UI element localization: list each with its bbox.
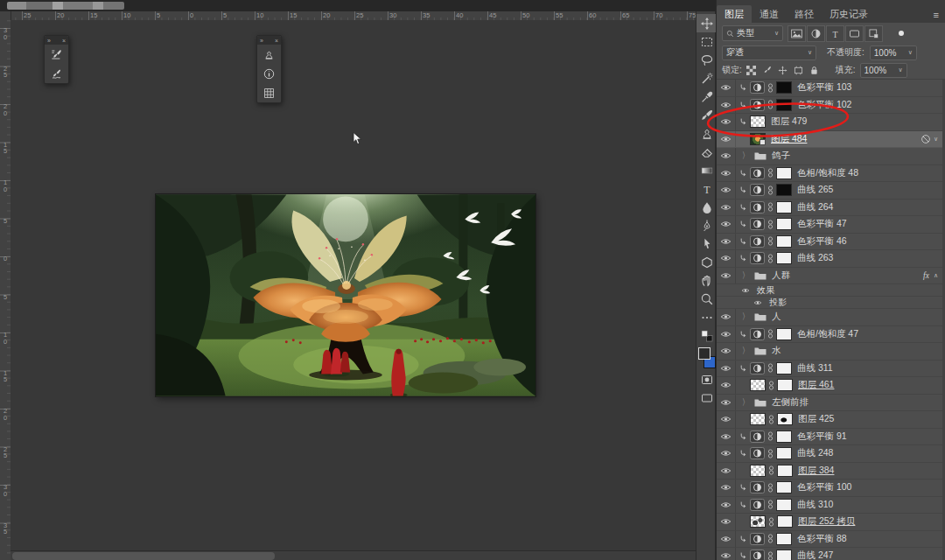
mask-link-icon[interactable] [767, 415, 775, 424]
layer-row-曲线 265[interactable]: 曲线 265 [717, 182, 943, 200]
layer-row-色相/饱和度 47[interactable]: 色相/饱和度 47 [717, 326, 943, 344]
layer-row-效果[interactable]: 效果 [717, 284, 943, 297]
tool-brush[interactable] [696, 106, 717, 124]
mask-link-icon[interactable] [766, 168, 774, 178]
visibility-eye-icon[interactable] [717, 165, 736, 182]
mask-link-icon[interactable] [767, 517, 775, 527]
layer-row-鸽子[interactable]: 〉鸽子 [717, 148, 943, 165]
tool-zoom[interactable] [696, 290, 717, 308]
visibility-eye-icon[interactable] [717, 200, 736, 216]
filter-image-icon[interactable] [788, 25, 806, 42]
foreground-color-swatch[interactable] [698, 347, 710, 360]
layer-mask-thumbnail[interactable] [777, 379, 793, 391]
layer-mask-thumbnail[interactable] [776, 533, 792, 545]
tab-图层[interactable]: 图层 [717, 5, 752, 23]
adjustment-layer-thumbnail[interactable] [750, 201, 765, 214]
visibility-eye-icon[interactable] [717, 395, 736, 411]
tool-move[interactable] [696, 14, 717, 32]
layer-mask-thumbnail[interactable] [777, 413, 793, 425]
collapse-icon[interactable]: » [47, 37, 51, 45]
close-icon[interactable]: × [275, 37, 278, 45]
layer-row-色彩平衡 91[interactable]: 色彩平衡 91 [717, 429, 943, 446]
layer-row-色彩平衡 100[interactable]: 色彩平衡 100 [717, 480, 943, 497]
layer-mask-thumbnail[interactable] [777, 465, 793, 477]
visibility-eye-icon[interactable] [717, 268, 736, 284]
adjustment-layer-thumbnail[interactable] [750, 81, 765, 94]
mask-link-icon[interactable] [766, 500, 774, 509]
visibility-eye-icon[interactable] [717, 148, 736, 164]
adjustment-layer-thumbnail[interactable] [750, 362, 765, 374]
tab-历史记录[interactable]: 历史记录 [822, 5, 876, 23]
tool-edit-toolbar[interactable] [696, 308, 717, 326]
horizontal-scrollbar-thumb[interactable] [12, 552, 275, 560]
canvas-image[interactable] [156, 194, 536, 396]
mask-link-icon[interactable] [766, 220, 774, 229]
clone-source-icon[interactable] [257, 45, 281, 64]
layer-thumbnail[interactable] [750, 133, 766, 145]
layer-mask-thumbnail[interactable] [776, 328, 792, 340]
mask-link-icon[interactable] [766, 83, 774, 93]
visibility-eye-icon[interactable] [717, 250, 736, 267]
layer-mask-thumbnail[interactable] [776, 447, 792, 459]
layer-thumbnail[interactable] [750, 116, 766, 128]
visibility-eye-icon[interactable] [717, 497, 736, 514]
blend-mode-dropdown[interactable]: 穿透 ∨ [722, 46, 816, 60]
adjustment-layer-thumbnail[interactable] [750, 218, 765, 230]
color-swatches[interactable] [696, 346, 717, 370]
mask-link-icon[interactable] [767, 381, 775, 390]
mask-link-icon[interactable] [766, 449, 774, 458]
lock-all-icon[interactable] [808, 64, 821, 76]
visibility-eye-icon[interactable] [717, 182, 736, 199]
fill-input[interactable]: 100% ∨ [860, 63, 907, 78]
tool-magic-wand[interactable] [696, 69, 717, 88]
adjustment-layer-thumbnail[interactable] [750, 533, 765, 545]
mask-link-icon[interactable] [767, 466, 775, 475]
layer-row-图层 479[interactable]: 图层 479 [717, 114, 943, 131]
layer-mask-thumbnail[interactable] [776, 430, 792, 443]
tab-通道[interactable]: 通道 [752, 5, 787, 23]
mask-link-icon[interactable] [766, 236, 774, 246]
tool-clone-stamp[interactable] [696, 124, 717, 143]
layer-mask-thumbnail[interactable] [776, 362, 792, 374]
filter-type-icon[interactable] [826, 25, 844, 42]
visibility-eye-icon[interactable] [717, 216, 736, 233]
tool-gradient[interactable] [696, 161, 717, 179]
visibility-eye-icon[interactable] [717, 411, 736, 428]
layer-row-人[interactable]: 〉人 [717, 309, 943, 326]
visibility-eye-icon[interactable] [717, 531, 736, 548]
visibility-eye-icon[interactable] [717, 548, 736, 560]
tool-screen-mode[interactable] [696, 388, 717, 407]
layer-row-色彩平衡 103[interactable]: 色彩平衡 103 [717, 80, 943, 97]
layer-row-曲线 247[interactable]: 曲线 247 [717, 548, 943, 560]
layer-row-人群[interactable]: 〉人群fx∧ [717, 268, 943, 285]
mask-link-icon[interactable] [766, 431, 774, 441]
layer-mask-thumbnail[interactable] [776, 481, 792, 494]
tool-blur[interactable] [696, 198, 717, 216]
layer-thumbnail[interactable] [750, 465, 766, 477]
layer-mask-thumbnail[interactable] [776, 218, 792, 230]
chevron-up-icon[interactable]: ∧ [934, 272, 938, 279]
floating-panel-header[interactable]: » × [45, 36, 68, 45]
layer-row-曲线 264[interactable]: 曲线 264 [717, 200, 943, 217]
floating-panel-brush[interactable]: » × [44, 35, 69, 84]
layer-effects-indicator[interactable]: fx∧ [923, 271, 938, 280]
smart-filter-controls[interactable]: ∨ [920, 134, 938, 144]
layer-thumbnail[interactable] [750, 515, 766, 528]
panel-menu-icon[interactable]: ≡ [934, 7, 939, 23]
visibility-eye-icon[interactable] [717, 480, 736, 496]
tool-pen[interactable] [696, 216, 717, 234]
filter-type-dropdown[interactable]: 类型 ∨ [722, 25, 783, 41]
adjustment-layer-thumbnail[interactable] [750, 235, 765, 248]
visibility-eye-icon[interactable] [717, 360, 736, 377]
fx-icon[interactable]: fx [923, 271, 929, 280]
swatches-icon[interactable] [257, 83, 281, 102]
visibility-eye-icon[interactable] [717, 343, 736, 360]
layer-mask-thumbnail[interactable] [777, 515, 793, 528]
layer-row-曲线 311[interactable]: 曲线 311 [717, 360, 943, 378]
layer-thumbnail[interactable] [750, 379, 766, 391]
mask-link-icon[interactable] [766, 202, 774, 212]
group-collapse-caret[interactable]: 〉 [742, 270, 749, 282]
visibility-eye-icon[interactable] [717, 429, 736, 445]
visibility-eye-icon[interactable] [752, 297, 764, 308]
layer-row-曲线 310[interactable]: 曲线 310 [717, 497, 943, 514]
